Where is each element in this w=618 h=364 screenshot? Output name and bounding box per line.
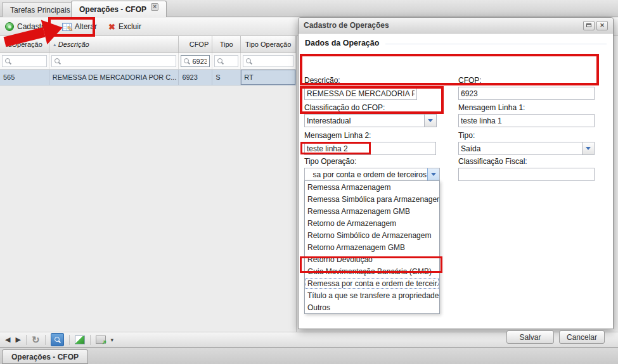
chevron-down-icon	[586, 147, 591, 150]
field-label: Mensagem Linha 2:	[304, 131, 436, 140]
field-tipo-operacao: Tipo Operação: sa por conta e ordem de t…	[304, 157, 440, 181]
combo-trigger[interactable]	[582, 142, 594, 154]
tab-operacoes-cfop[interactable]: Operações - CFOP ✕	[71, 1, 167, 17]
filter-input-idoperacao[interactable]	[2, 55, 47, 67]
field-label: Descrição:	[304, 76, 417, 85]
field-descricao: Descrição:	[304, 76, 417, 100]
close-button[interactable]: ✕	[596, 21, 608, 30]
cadastrar-icon	[5, 22, 14, 31]
cell-idoperacao[interactable]: 565	[0, 70, 49, 85]
column-header-cfop[interactable]: CFOP	[179, 36, 212, 53]
cell-descricao[interactable]: REMESSA DE MERCADORIA POR C...	[49, 70, 179, 85]
field-label: Mensagem Linha 1:	[458, 103, 595, 112]
dropdown-option[interactable]: Retorno Devolução	[305, 253, 439, 265]
main-tabstrip: Tarefas Principais Operações - CFOP ✕	[0, 0, 618, 17]
section-title: Dados da Operação	[305, 39, 379, 47]
tab-close-icon[interactable]: ✕	[151, 3, 158, 11]
cadastrar-label: Cadastrar	[17, 22, 51, 31]
filter-tipo-operacao-field	[254, 58, 290, 65]
grid-empty-body	[0, 85, 297, 332]
column-header-tipo[interactable]: Tipo	[212, 36, 241, 53]
sort-asc-icon: ▲	[53, 42, 57, 47]
tab-label: Tarefas Principais	[10, 6, 70, 15]
toolbar-separator	[26, 335, 27, 345]
dropdown-option[interactable]: Outros	[305, 301, 439, 313]
tab-tarefas-principais[interactable]: Tarefas Principais	[2, 2, 79, 17]
excluir-x-icon: ✖	[108, 22, 115, 32]
toolbar-separator	[45, 335, 46, 345]
operations-grid: idOperação ▲ Descrição CFOP Tipo Tipo Op…	[0, 36, 297, 85]
page-next-icon[interactable]: ▶	[15, 336, 20, 344]
column-header-tipo-operacao[interactable]: Tipo Operação	[241, 36, 296, 53]
refresh-icon[interactable]: ↻	[32, 336, 40, 344]
salvar-button[interactable]: Salvar	[506, 330, 554, 344]
dropdown-option[interactable]: Remessa Armazenagem	[305, 181, 439, 193]
application-window: Tarefas Principais Operações - CFOP ✕ Ca…	[0, 0, 618, 364]
toolbar-separator	[69, 335, 70, 345]
export-caret-icon[interactable]: ▾	[111, 337, 114, 343]
dialog-titlebar[interactable]: Cadastro de Operações ✕	[299, 18, 613, 34]
combo-value: Saída	[459, 142, 582, 154]
dialog-title: Cadastro de Operações	[304, 21, 389, 30]
tipo-operacao-combo[interactable]: sa por conta e ordem de terceiros	[304, 168, 440, 181]
filter-input-tipo[interactable]	[214, 55, 238, 67]
filter-descricao-field	[63, 58, 174, 65]
maximize-button[interactable]	[583, 21, 595, 30]
search-icon	[246, 58, 252, 64]
dropdown-option[interactable]: Retorno Armazenagem GMB	[305, 241, 439, 253]
table-row[interactable]: 565 REMESSA DE MERCADORIA POR C... 6923 …	[0, 70, 296, 85]
filter-cell-cfop	[179, 53, 212, 69]
export-icon[interactable]	[96, 336, 106, 344]
filter-input-cfop[interactable]	[181, 55, 210, 67]
maximize-icon	[586, 23, 591, 27]
tab-label: Operações - CFOP	[79, 5, 146, 14]
filter-tipo-field	[226, 58, 235, 65]
chevron-down-icon	[431, 173, 436, 176]
cell-tipo-operacao[interactable]: RT	[241, 70, 296, 85]
column-header-idoperacao[interactable]: idOperação	[0, 36, 49, 53]
tipo-combo[interactable]: Saída	[458, 142, 595, 155]
field-classificacao-cfop: Classificação do CFOP: Interestadual	[304, 103, 437, 127]
chevron-down-icon	[428, 119, 433, 122]
dropdown-option[interactable]: Título a que se transfere a propriedade	[305, 289, 439, 301]
classificacao-fiscal-input[interactable]	[458, 168, 595, 181]
page-prev-icon[interactable]: ◀	[5, 336, 10, 344]
taskbar-tab-operacoes-cfop[interactable]: Operações - CFOP	[2, 349, 88, 364]
classificacao-cfop-combo[interactable]: Interestadual	[304, 114, 437, 127]
filter-cell-idoperacao	[0, 53, 49, 69]
alterar-button[interactable]: ✎ Alterar	[62, 22, 97, 31]
search-icon	[5, 58, 11, 64]
cfop-input[interactable]	[458, 87, 595, 100]
cell-tipo[interactable]: S	[212, 70, 241, 85]
dropdown-option[interactable]: Remessa Armazenagem GMB	[305, 205, 439, 217]
mensagem1-input[interactable]	[458, 114, 595, 127]
dropdown-option[interactable]: Retorno de Armazenagem	[305, 217, 439, 229]
descricao-input[interactable]	[304, 87, 417, 100]
field-label: Tipo Operação:	[304, 157, 440, 166]
dropdown-option[interactable]: Remessa Simbólica para Armazenagem	[305, 193, 439, 205]
mensagem2-input[interactable]	[304, 142, 436, 155]
field-mensagem-linha-2: Mensagem Linha 2:	[304, 131, 436, 155]
alterar-label: Alterar	[75, 22, 97, 31]
export-chart-icon[interactable]	[75, 336, 85, 344]
cancelar-button[interactable]: Cancelar	[559, 330, 605, 344]
cadastrar-button[interactable]: Cadastrar	[5, 22, 51, 31]
excluir-button[interactable]: ✖ Excluir	[108, 22, 141, 32]
combo-trigger[interactable]	[427, 168, 439, 180]
filter-input-tipo-operacao[interactable]	[243, 55, 293, 67]
dropdown-option[interactable]: Guia Movimentação Bancária (GMB)	[305, 265, 439, 277]
search-icon	[217, 58, 223, 64]
column-header-descricao[interactable]: ▲ Descrição	[49, 36, 179, 53]
grid-header-row: idOperação ▲ Descrição CFOP Tipo Tipo Op…	[0, 36, 296, 53]
combo-trigger[interactable]	[424, 115, 436, 127]
filter-input-descricao[interactable]	[51, 55, 177, 67]
field-label: Tipo:	[458, 131, 595, 140]
dialog-body: Dados da Operação Descrição: CFOP: Class…	[299, 34, 613, 329]
dropdown-option-selected[interactable]: Remessa por conta e ordem de terceir...	[305, 277, 439, 289]
search-button[interactable]	[51, 333, 64, 346]
cell-cfop[interactable]: 6923	[179, 70, 212, 85]
dropdown-option[interactable]: Retorno Simbólico de Armazenagem	[305, 229, 439, 241]
filter-cell-tipo-operacao	[241, 53, 296, 69]
tipo-operacao-dropdown-list: Remessa Armazenagem Remessa Simbólica pa…	[304, 180, 440, 314]
section-rule	[385, 44, 607, 44]
